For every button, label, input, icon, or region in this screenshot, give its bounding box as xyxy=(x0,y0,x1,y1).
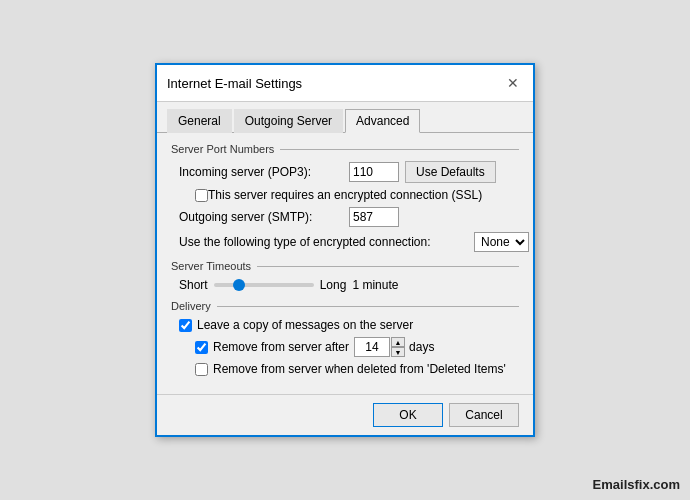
days-label: days xyxy=(409,340,434,354)
incoming-server-input[interactable] xyxy=(349,162,399,182)
remove-after-label: Remove from server after xyxy=(213,340,349,354)
tab-general[interactable]: General xyxy=(167,109,232,133)
enc-type-row: Use the following type of encrypted conn… xyxy=(171,232,519,252)
dialog-title: Internet E-mail Settings xyxy=(167,76,302,91)
enc-type-label: Use the following type of encrypted conn… xyxy=(179,235,474,249)
remove-deleted-checkbox[interactable] xyxy=(195,363,208,376)
remove-deleted-label: Remove from server when deleted from 'De… xyxy=(213,362,506,376)
tab-content: Server Port Numbers Incoming server (POP… xyxy=(157,133,533,394)
long-label: Long xyxy=(320,278,347,292)
timeout-value: 1 minute xyxy=(352,278,398,292)
ok-button[interactable]: OK xyxy=(373,403,443,427)
remove-after-row: Remove from server after ▲ ▼ days xyxy=(171,337,519,357)
outgoing-server-label: Outgoing server (SMTP): xyxy=(179,210,349,224)
dialog: Internet E-mail Settings ✕ General Outgo… xyxy=(155,63,535,437)
server-port-section: Server Port Numbers Incoming server (POP… xyxy=(171,143,519,252)
use-defaults-button[interactable]: Use Defaults xyxy=(405,161,496,183)
server-port-label: Server Port Numbers xyxy=(171,143,519,155)
slider-container xyxy=(214,283,314,287)
ssl-label: This server requires an encrypted connec… xyxy=(208,188,482,202)
days-spinner: ▲ ▼ xyxy=(391,337,405,357)
leave-copy-label: Leave a copy of messages on the server xyxy=(197,318,413,332)
ssl-checkbox[interactable] xyxy=(195,189,208,202)
leave-copy-checkbox[interactable] xyxy=(179,319,192,332)
incoming-server-label: Incoming server (POP3): xyxy=(179,165,349,179)
days-input[interactable] xyxy=(354,337,390,357)
leave-copy-row: Leave a copy of messages on the server xyxy=(171,318,519,332)
cancel-button[interactable]: Cancel xyxy=(449,403,519,427)
days-up-button[interactable]: ▲ xyxy=(391,337,405,347)
close-button[interactable]: ✕ xyxy=(503,73,523,93)
days-down-button[interactable]: ▼ xyxy=(391,347,405,357)
ssl-row: This server requires an encrypted connec… xyxy=(171,188,519,202)
title-bar: Internet E-mail Settings ✕ xyxy=(157,65,533,102)
timeout-row: Short Long 1 minute xyxy=(171,278,519,292)
tabs-container: General Outgoing Server Advanced xyxy=(157,102,533,133)
delivery-section: Delivery Leave a copy of messages on the… xyxy=(171,300,519,376)
timeout-slider[interactable] xyxy=(214,283,314,287)
tab-outgoing-server[interactable]: Outgoing Server xyxy=(234,109,343,133)
remove-after-checkbox[interactable] xyxy=(195,341,208,354)
outgoing-server-row: Outgoing server (SMTP): xyxy=(171,207,519,227)
timeouts-section: Server Timeouts Short Long 1 minute xyxy=(171,260,519,292)
tab-advanced[interactable]: Advanced xyxy=(345,109,420,133)
footer: OK Cancel xyxy=(157,394,533,435)
watermark: Emailsfix.com xyxy=(593,477,680,492)
short-label: Short xyxy=(179,278,208,292)
incoming-server-row: Incoming server (POP3): Use Defaults xyxy=(171,161,519,183)
enc-type-select[interactable]: None SSL TLS Auto xyxy=(474,232,529,252)
outgoing-server-input[interactable] xyxy=(349,207,399,227)
remove-deleted-row: Remove from server when deleted from 'De… xyxy=(171,362,519,376)
delivery-label: Delivery xyxy=(171,300,519,312)
timeouts-label: Server Timeouts xyxy=(171,260,519,272)
